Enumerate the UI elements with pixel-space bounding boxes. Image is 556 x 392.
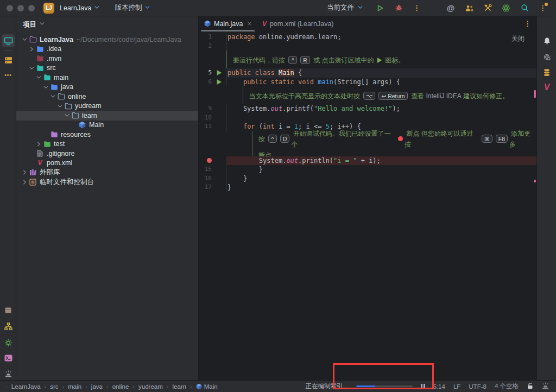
chevron-right-icon[interactable] [21,179,28,186]
editor-tab-Main.java[interactable]: Main.java× [199,16,257,31]
structure-toolwindow-button[interactable] [2,320,15,333]
ide-window: LJ LearnJava 版本控制 当前文件 ⋮ @ ⋮ [0,0,556,392]
tree-item-LearnJava[interactable]: LearnJava~/Documents/code/java/LearnJava [16,35,198,45]
vcs-menu[interactable]: 版本控制 [115,3,151,12]
indent-widget[interactable]: 4 个空格 [495,382,519,390]
tree-item-label: .gitignore [47,150,74,157]
plugin-atom-icon[interactable] [501,3,511,14]
tree-item-main[interactable]: main [16,73,198,83]
tree-item-label: src [47,64,56,72]
notifications-bell-icon[interactable] [541,35,552,46]
breadcrumb-item-yudream[interactable]: yudream [138,383,163,390]
vcs-menu-label: 版本控制 [115,3,142,12]
more-run-actions-button[interactable]: ⋮ [412,3,422,14]
line-separator-widget[interactable]: LF [453,383,460,390]
chevron-down-icon[interactable] [42,84,49,91]
chevron-down-icon[interactable] [56,103,64,110]
run-gutter-icon[interactable] [212,69,226,76]
ai-assistant-toolwindow-button[interactable] [541,52,552,62]
breadcrumb-separator: › [167,383,169,390]
inline-hint-row: 要运行代码，请按 ^R 或 点击装订区域中的 图标。 [199,50,536,68]
hint-close-link[interactable]: 关闭 [511,34,525,43]
tree-item-learn[interactable]: learn [16,111,198,121]
breadcrumb-item-learn[interactable]: learn [172,383,186,390]
tree-item-label: yudream [75,102,102,110]
code-line-9: 9 System.out.printf("Hello and welcome!"… [199,104,536,113]
code-editor[interactable]: 1package online.yudream.learn;2要运行代码，请按 … [199,31,536,380]
settings-menu-icon[interactable]: ⋮ [538,3,548,14]
tree-item--[interactable]: 外部库 [16,168,198,178]
chevron-down-icon [144,4,151,12]
tree-item-label: 外部库 [40,168,60,177]
line-number: 5 [199,68,212,78]
more-toolwindows-button[interactable]: ••• [2,68,15,81]
tools-icon[interactable] [482,3,493,14]
chevron-right-icon[interactable] [21,169,28,176]
run-configuration-selector[interactable]: 当前文件 [327,3,364,12]
problems-toolwindow-button[interactable] [2,368,15,381]
project-panel-header[interactable]: 项目 [16,16,198,33]
dependencies-toolwindow-button[interactable] [2,304,15,317]
project-switcher[interactable]: LearnJava [60,4,100,12]
code-with-me-icon[interactable] [464,3,475,14]
error-stripe-mark[interactable] [534,180,536,182]
tree-item-label: main [54,74,68,81]
close-tab-icon[interactable]: × [248,20,252,28]
minimize-window-button[interactable] [17,5,24,11]
chevron-down-icon[interactable] [49,93,56,100]
breakpoint-icon[interactable] [207,158,212,163]
chevron-down-icon[interactable] [21,36,28,43]
alarm-icon[interactable] [541,382,549,391]
tree-item-test[interactable]: test [16,140,198,149]
maven-toolwindow-button[interactable]: V [541,82,552,93]
tree-item-resources[interactable]: resources [16,130,198,140]
books-icon [29,169,37,176]
breadcrumb-item-Main[interactable]: Main [196,383,218,390]
search-everywhere-icon[interactable] [519,3,530,14]
folder-icon [43,141,51,148]
commit-toolwindow-button[interactable] [2,54,15,67]
tree-item-pom.xml[interactable]: Vpom.xml [16,159,198,168]
run-button[interactable] [375,3,386,14]
tree-item-online[interactable]: online [16,92,198,102]
breadcrumb-item-online[interactable]: online [112,383,129,390]
breadcrumb-item-LearnJava[interactable]: LearnJava [11,383,41,390]
chevron-down-icon[interactable] [63,112,71,119]
tree-item-src[interactable]: src [16,64,198,73]
chevron-right-icon[interactable] [35,141,42,148]
tree-item-.gitignore[interactable]: .gitignore [16,149,198,159]
lock-icon[interactable] [527,382,533,390]
editor-tab-pom.xml[interactable]: Vpom.xml (LearnJava) [257,16,339,31]
tree-item-label: LearnJava [40,36,73,43]
breadcrumb-separator: › [45,383,47,390]
tree-item-.idea[interactable]: .idea [16,45,198,54]
code-line-16: 16 } [199,174,536,184]
chevron-down-icon[interactable] [28,65,35,72]
run-gutter-icon[interactable] [212,79,226,85]
chevron-right-icon[interactable] [28,46,35,53]
line-number: 16 [199,174,212,184]
chevron-down-icon[interactable] [35,74,42,81]
error-stripe-mark[interactable] [534,90,536,98]
encoding-widget[interactable]: UTF-8 [469,383,486,390]
tree-item-.mvn[interactable]: .mvn [16,54,198,64]
terminal-toolwindow-button[interactable] [2,351,15,364]
tree-item--[interactable]: 临时文件和控制台 [16,178,198,187]
debug-button[interactable] [393,3,404,14]
tab-options-icon[interactable]: ⋮ [524,20,531,28]
close-window-button[interactable] [7,5,13,11]
ai-assistant-icon[interactable]: @ [445,3,456,14]
zoom-window-button[interactable] [28,5,35,11]
caret-position-widget[interactable]: 5:14 [433,383,445,390]
database-toolwindow-button[interactable] [541,67,552,78]
pause-indexing-button[interactable] [421,384,425,389]
services-toolwindow-button[interactable] [2,336,15,349]
project-toolwindow-button[interactable] [2,34,15,47]
breadcrumb-item-java[interactable]: java [91,383,103,390]
tree-item-yudream[interactable]: yudream [16,102,198,111]
learning-hint: 要运行代码，请按 ^R 或 点击装订区域中的 图标。 [226,50,405,68]
tree-item-Main[interactable]: Main [16,121,198,130]
breadcrumb-item-main[interactable]: main [68,383,81,390]
breadcrumb-item-src[interactable]: src [50,383,58,390]
tree-item-java[interactable]: java [16,83,198,92]
